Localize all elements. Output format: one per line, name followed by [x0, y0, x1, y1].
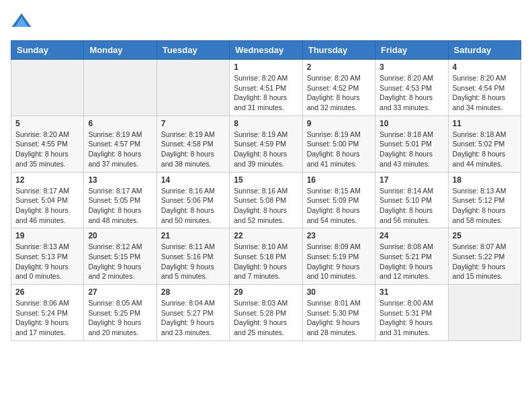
- calendar-cell: 27Sunrise: 8:05 AM Sunset: 5:25 PM Dayli…: [84, 285, 157, 341]
- calendar-cell: 7Sunrise: 8:19 AM Sunset: 4:58 PM Daylig…: [157, 116, 229, 172]
- calendar-table: SundayMondayTuesdayWednesdayThursdayFrid…: [11, 40, 521, 341]
- day-info: Sunrise: 8:20 AM Sunset: 4:55 PM Dayligh…: [15, 130, 79, 169]
- calendar-week-row: 1Sunrise: 8:20 AM Sunset: 4:51 PM Daylig…: [11, 60, 521, 116]
- calendar-cell: 2Sunrise: 8:20 AM Sunset: 4:52 PM Daylig…: [302, 60, 375, 116]
- day-number: 9: [307, 119, 371, 128]
- calendar-cell: 13Sunrise: 8:17 AM Sunset: 5:05 PM Dayli…: [84, 172, 157, 228]
- day-number: 1: [234, 62, 298, 72]
- calendar-weekday-header: Thursday: [302, 41, 375, 60]
- day-info: Sunrise: 8:19 AM Sunset: 4:57 PM Dayligh…: [88, 130, 152, 169]
- day-info: Sunrise: 8:10 AM Sunset: 5:18 PM Dayligh…: [234, 242, 298, 281]
- day-number: 21: [161, 231, 225, 240]
- day-number: 10: [380, 119, 443, 128]
- day-info: Sunrise: 8:08 AM Sunset: 5:21 PM Dayligh…: [380, 242, 443, 281]
- day-number: 28: [161, 287, 225, 297]
- calendar-cell: 6Sunrise: 8:19 AM Sunset: 4:57 PM Daylig…: [84, 116, 157, 172]
- day-info: Sunrise: 8:18 AM Sunset: 5:01 PM Dayligh…: [380, 130, 443, 169]
- day-number: 19: [15, 231, 79, 240]
- calendar-cell: 1Sunrise: 8:20 AM Sunset: 4:51 PM Daylig…: [230, 60, 302, 116]
- day-info: Sunrise: 8:01 AM Sunset: 5:30 PM Dayligh…: [307, 298, 371, 338]
- day-number: 5: [15, 119, 79, 128]
- day-info: Sunrise: 8:20 AM Sunset: 4:54 PM Dayligh…: [453, 73, 517, 113]
- page-header: [11, 11, 521, 32]
- calendar-weekday-header: Monday: [84, 41, 157, 60]
- day-number: 8: [234, 119, 298, 128]
- calendar-cell: 15Sunrise: 8:16 AM Sunset: 5:08 PM Dayli…: [230, 172, 302, 228]
- logo-icon: [11, 11, 32, 32]
- logo: [11, 11, 35, 32]
- day-info: Sunrise: 8:12 AM Sunset: 5:15 PM Dayligh…: [88, 242, 152, 281]
- day-number: 23: [307, 231, 371, 240]
- day-number: 24: [380, 231, 443, 240]
- day-info: Sunrise: 8:19 AM Sunset: 5:00 PM Dayligh…: [307, 130, 371, 169]
- day-info: Sunrise: 8:00 AM Sunset: 5:31 PM Dayligh…: [380, 298, 443, 338]
- day-info: Sunrise: 8:19 AM Sunset: 4:59 PM Dayligh…: [234, 130, 298, 169]
- calendar-cell: 4Sunrise: 8:20 AM Sunset: 4:54 PM Daylig…: [448, 60, 521, 116]
- day-info: Sunrise: 8:19 AM Sunset: 4:58 PM Dayligh…: [161, 130, 225, 169]
- calendar-cell: 8Sunrise: 8:19 AM Sunset: 4:59 PM Daylig…: [230, 116, 302, 172]
- day-info: Sunrise: 8:15 AM Sunset: 5:09 PM Dayligh…: [307, 186, 371, 226]
- day-info: Sunrise: 8:16 AM Sunset: 5:06 PM Dayligh…: [161, 186, 225, 226]
- day-number: 13: [88, 175, 152, 185]
- calendar-weekday-header: Sunday: [11, 41, 84, 60]
- day-info: Sunrise: 8:17 AM Sunset: 5:04 PM Dayligh…: [15, 186, 79, 226]
- calendar-cell: 28Sunrise: 8:04 AM Sunset: 5:27 PM Dayli…: [157, 285, 229, 341]
- calendar-cell: 3Sunrise: 8:20 AM Sunset: 4:53 PM Daylig…: [375, 60, 448, 116]
- day-info: Sunrise: 8:16 AM Sunset: 5:08 PM Dayligh…: [234, 186, 298, 226]
- calendar-cell: 24Sunrise: 8:08 AM Sunset: 5:21 PM Dayli…: [375, 228, 448, 285]
- day-info: Sunrise: 8:03 AM Sunset: 5:28 PM Dayligh…: [234, 298, 298, 338]
- calendar-cell: 19Sunrise: 8:13 AM Sunset: 5:13 PM Dayli…: [11, 228, 84, 285]
- calendar-cell: 22Sunrise: 8:10 AM Sunset: 5:18 PM Dayli…: [230, 228, 302, 285]
- calendar-cell: [84, 60, 157, 116]
- day-info: Sunrise: 8:17 AM Sunset: 5:05 PM Dayligh…: [88, 186, 152, 226]
- day-number: 25: [453, 231, 517, 240]
- calendar-cell: 18Sunrise: 8:13 AM Sunset: 5:12 PM Dayli…: [448, 172, 521, 228]
- day-number: 14: [161, 175, 225, 185]
- day-info: Sunrise: 8:07 AM Sunset: 5:22 PM Dayligh…: [453, 242, 517, 281]
- day-info: Sunrise: 8:06 AM Sunset: 5:24 PM Dayligh…: [15, 298, 79, 338]
- day-number: 16: [307, 175, 371, 185]
- day-number: 22: [234, 231, 298, 240]
- calendar-cell: 31Sunrise: 8:00 AM Sunset: 5:31 PM Dayli…: [375, 285, 448, 341]
- day-info: Sunrise: 8:14 AM Sunset: 5:10 PM Dayligh…: [380, 186, 443, 226]
- calendar-weekday-header: Wednesday: [230, 41, 302, 60]
- calendar-cell: 16Sunrise: 8:15 AM Sunset: 5:09 PM Dayli…: [302, 172, 375, 228]
- calendar-cell: 5Sunrise: 8:20 AM Sunset: 4:55 PM Daylig…: [11, 116, 84, 172]
- calendar-cell: 14Sunrise: 8:16 AM Sunset: 5:06 PM Dayli…: [157, 172, 229, 228]
- calendar-cell: [11, 60, 84, 116]
- day-info: Sunrise: 8:11 AM Sunset: 5:16 PM Dayligh…: [161, 242, 225, 281]
- day-info: Sunrise: 8:04 AM Sunset: 5:27 PM Dayligh…: [161, 298, 225, 338]
- day-info: Sunrise: 8:13 AM Sunset: 5:13 PM Dayligh…: [15, 242, 79, 281]
- calendar-cell: 9Sunrise: 8:19 AM Sunset: 5:00 PM Daylig…: [302, 116, 375, 172]
- day-number: 6: [88, 119, 152, 128]
- calendar-weekday-header: Saturday: [448, 41, 521, 60]
- day-number: 31: [380, 287, 443, 297]
- calendar-weekday-header: Tuesday: [157, 41, 229, 60]
- day-number: 26: [15, 287, 79, 297]
- calendar-cell: [448, 285, 521, 341]
- calendar-week-row: 19Sunrise: 8:13 AM Sunset: 5:13 PM Dayli…: [11, 228, 521, 285]
- calendar-cell: 17Sunrise: 8:14 AM Sunset: 5:10 PM Dayli…: [375, 172, 448, 228]
- day-number: 29: [234, 287, 298, 297]
- day-number: 15: [234, 175, 298, 185]
- day-info: Sunrise: 8:20 AM Sunset: 4:53 PM Dayligh…: [380, 73, 443, 113]
- day-number: 4: [453, 62, 517, 72]
- calendar-week-row: 26Sunrise: 8:06 AM Sunset: 5:24 PM Dayli…: [11, 285, 521, 341]
- day-info: Sunrise: 8:20 AM Sunset: 4:51 PM Dayligh…: [234, 73, 298, 113]
- calendar-cell: 29Sunrise: 8:03 AM Sunset: 5:28 PM Dayli…: [230, 285, 302, 341]
- day-number: 7: [161, 119, 225, 128]
- calendar-cell: 10Sunrise: 8:18 AM Sunset: 5:01 PM Dayli…: [375, 116, 448, 172]
- calendar-weekday-header: Friday: [375, 41, 448, 60]
- calendar-cell: [157, 60, 229, 116]
- calendar-cell: 11Sunrise: 8:18 AM Sunset: 5:02 PM Dayli…: [448, 116, 521, 172]
- calendar-cell: 12Sunrise: 8:17 AM Sunset: 5:04 PM Dayli…: [11, 172, 84, 228]
- day-number: 18: [453, 175, 517, 185]
- day-info: Sunrise: 8:13 AM Sunset: 5:12 PM Dayligh…: [453, 186, 517, 226]
- day-info: Sunrise: 8:05 AM Sunset: 5:25 PM Dayligh…: [88, 298, 152, 338]
- day-number: 3: [380, 62, 443, 72]
- day-number: 20: [88, 231, 152, 240]
- day-number: 12: [15, 175, 79, 185]
- day-number: 30: [307, 287, 371, 297]
- day-info: Sunrise: 8:20 AM Sunset: 4:52 PM Dayligh…: [307, 73, 371, 113]
- calendar-cell: 30Sunrise: 8:01 AM Sunset: 5:30 PM Dayli…: [302, 285, 375, 341]
